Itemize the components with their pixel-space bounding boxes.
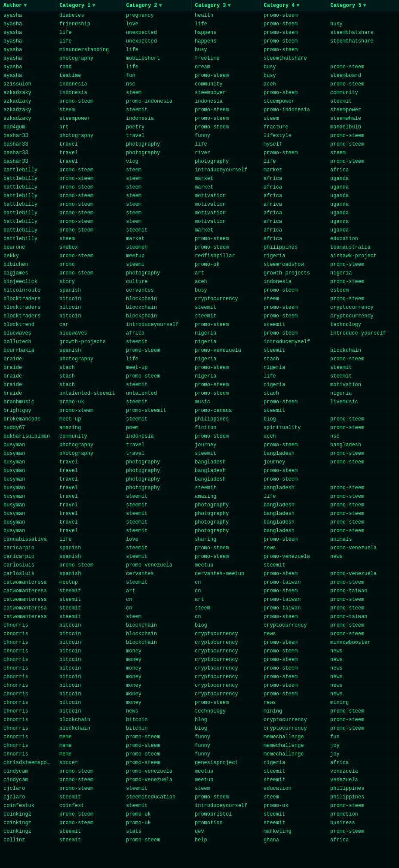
table-row[interactable]: ayashamisunderstandinglifebusypromo-stee… xyxy=(0,46,399,54)
table-row[interactable]: caricarpiospanishsteemitpromo-steempromo… xyxy=(0,552,399,561)
column-header-cat4[interactable]: Category 4 ▼ xyxy=(260,0,327,11)
table-row[interactable]: coinkingzpromo-steempromo-ukpromotionste… xyxy=(0,819,399,827)
table-row[interactable]: braideuntalented-steemituntalentedpromo-… xyxy=(0,389,399,398)
table-row[interactable]: cjclarosteemitsteemiteducationpromo-stee… xyxy=(0,793,399,801)
table-row[interactable]: ayashateatimefunpromo-steembusysteemboar… xyxy=(0,71,399,80)
table-row[interactable]: chnorrismemepromo-steemfunnymemechalleng… xyxy=(0,733,399,741)
table-row[interactable]: battlebillypromo-steemsteemmotivationafr… xyxy=(0,200,399,209)
table-row[interactable]: bashar33travelphotographyriverpromo-stee… xyxy=(0,149,399,157)
table-row[interactable]: battlebillypromo-steemsteemmotivationafr… xyxy=(0,192,399,200)
table-row[interactable]: chnorrisbitcoinblockchaincryptocurrencyn… xyxy=(0,630,399,638)
table-row[interactable]: battlebillypromo-steemsteemitmarketafric… xyxy=(0,226,399,235)
column-header-cat3[interactable]: Category 3 ▼ xyxy=(191,0,260,11)
table-row[interactable]: chnorrisbitcoinblockchainblogcryptocurre… xyxy=(0,621,399,630)
table-row[interactable]: bekkypromo-steemmeetupredfishpillarniger… xyxy=(0,252,399,260)
table-row[interactable]: catwomanteresasteemitcnsteempromo-taiwan… xyxy=(0,604,399,612)
table-row[interactable]: bigjamespromo-steemphotographyartgrowth-… xyxy=(0,269,399,277)
table-row[interactable]: caricarpiospanishsteemitpromo-steemnewsp… xyxy=(0,544,399,552)
table-row[interactable]: ayashaphotographymobileshortfreetimestee… xyxy=(0,54,399,63)
table-row[interactable]: chnorrismemepromo-steemfunnymemechalleng… xyxy=(0,741,399,750)
table-row[interactable]: coinkingzsteemitstatsdevmarketingpromo-s… xyxy=(0,827,399,836)
table-row[interactable]: bibichenpromosteemipromo-uksteemroadshow… xyxy=(0,260,399,269)
table-row[interactable]: busymantravelsteemitphotographybanglades… xyxy=(0,509,399,518)
table-row[interactable]: busymantravelsteemitphotographybanglades… xyxy=(0,501,399,509)
table-row[interactable]: blocktrendcarintroduceyourselfpromo-stee… xyxy=(0,320,399,329)
table-row[interactable]: battlebillypromo-steemsteemmarketafricau… xyxy=(0,183,399,192)
table-row[interactable]: bourrbakiaspanishpromo-steempromo-venezu… xyxy=(0,346,399,355)
table-row[interactable]: catwomanteresasteemitsteemcnpromo-steemp… xyxy=(0,612,399,621)
table-row[interactable]: braidestachpromo-steemnigerialifesteemit xyxy=(0,372,399,381)
table-row[interactable]: bashar33travelvlogphotographylifepromo-s… xyxy=(0,157,399,166)
column-header-cat1[interactable]: Category 1 ▼ xyxy=(56,0,123,11)
table-row[interactable]: battlebillysteemmarketpromo-steemafricae… xyxy=(0,235,399,243)
table-row[interactable]: bollutechgrowth-projectssteemitnigeriain… xyxy=(0,338,399,346)
table-row[interactable]: azkadzakysteempowerindonesiapromo-steems… xyxy=(0,114,399,123)
table-row[interactable]: binjeeclickstorycultureacehindonesiaprom… xyxy=(0,277,399,286)
table-row[interactable]: battlebillypromo-steemsteemmotivationafr… xyxy=(0,209,399,217)
table-row[interactable]: chnorrisbitcoinmoneycryptocurrencypromo-… xyxy=(0,681,399,690)
table-row[interactable]: bluewavesbluewavesafricanigeriapromo-ste… xyxy=(0,329,399,338)
table-row[interactable]: cjclaropromo-steemsteemitsteemeducationp… xyxy=(0,784,399,793)
table-row[interactable]: chnorrisblockchainbitcoinblogcryptocurre… xyxy=(0,724,399,733)
table-row[interactable]: ayashalifeunexpectedhappenspromo-steemst… xyxy=(0,28,399,37)
table-row[interactable]: busymantravelphotographysteemitbanglades… xyxy=(0,484,399,492)
table-row[interactable]: brokemancodemeet-upsteemitphilippinesblo… xyxy=(0,415,399,423)
table-row[interactable]: chnorrisbitcoinmoneycryptocurrencypromo-… xyxy=(0,647,399,655)
table-row[interactable]: ayashadiabetespregnancyhealthpromo-steem xyxy=(0,11,399,20)
table-row[interactable]: azissulohindonesiansccommunityacehpromo-… xyxy=(0,80,399,88)
table-row[interactable]: cindycampromo-steempromo-venezuelameetup… xyxy=(0,767,399,776)
table-row[interactable]: chnorrismemepromo-steemfunnymemechalleng… xyxy=(0,750,399,758)
table-row[interactable]: bashar33photographytravelfunnylifestylep… xyxy=(0,131,399,140)
table-row[interactable]: busymanphotographytraveljourneypromo-ste… xyxy=(0,441,399,449)
table-row[interactable]: busymanphotographytravelsteemitbanglades… xyxy=(0,449,399,458)
table-row[interactable]: busymantravelphotographybangladeshjourne… xyxy=(0,458,399,466)
table-row[interactable]: azkadzakyindonesiasteemsteempowerpromo-s… xyxy=(0,88,399,97)
table-row[interactable]: braidephotographylifenigeriastachpromo-s… xyxy=(0,355,399,363)
table-row[interactable]: chnorrisbitcoinmoneypromo-steemnewsminin… xyxy=(0,698,399,707)
column-header-cat2[interactable]: Category 2 ▼ xyxy=(123,0,191,11)
table-row[interactable]: coinkingzpromo-steempromo-ukpromobristol… xyxy=(0,810,399,819)
table-row[interactable]: buddy67amazingpoemfictionspiritualitypro… xyxy=(0,423,399,432)
table-row[interactable]: chnorrisbitcoinnewstechnologyminingpromo… xyxy=(0,707,399,716)
column-header-cat5[interactable]: Category 5 ▼ xyxy=(327,0,399,11)
table-row[interactable]: chnorrisbitcoinmoneycryptocurrencypromo-… xyxy=(0,673,399,681)
table-row[interactable]: braidestachmeet-uppromo-steemnigeriastee… xyxy=(0,363,399,372)
table-row[interactable]: blocktradersbitcoinblockchainsteemitprom… xyxy=(0,303,399,312)
table-row[interactable]: coinfestukcoinfeststeemitintroduceyourse… xyxy=(0,801,399,810)
table-row[interactable]: battlebillypromo-steemsteemmarketafricau… xyxy=(0,174,399,183)
table-row[interactable]: azkadzakypromo-steempromo-indonesiaindon… xyxy=(0,97,399,106)
table-row[interactable]: cannabissativalifelovesharingpromo-steem… xyxy=(0,535,399,544)
table-row[interactable]: chnorrisbitcoinblockchaincryptocurrencyp… xyxy=(0,638,399,647)
table-row[interactable]: busymantravelsteemitphotographybanglades… xyxy=(0,527,399,535)
table-row[interactable]: bad4gumartpoetrypromo-steemfracturemande… xyxy=(0,123,399,131)
table-row[interactable]: busymantravelphotographybangladeshpromo-… xyxy=(0,475,399,484)
table-row[interactable]: bearonesndboxsteemphpromo-steemphilippin… xyxy=(0,243,399,252)
table-row[interactable]: catwomanteresameetupsteemitcnpromo-taiwa… xyxy=(0,578,399,587)
table-row[interactable]: busymantravelsteemitamazinglifepromo-ste… xyxy=(0,492,399,501)
table-row[interactable]: cindycampromo-steempromo-venezuelameetup… xyxy=(0,776,399,784)
table-row[interactable]: azkadzakysteemsteemitpromo-steempromo-in… xyxy=(0,106,399,114)
table-row[interactable]: chnorrisbitcoinmoneycryptocurrencypromo-… xyxy=(0,664,399,673)
table-row[interactable]: catwomanteresasteemitartcnpromo-steempro… xyxy=(0,587,399,595)
table-row[interactable]: carlosluisspanishcervantescervantes-meet… xyxy=(0,570,399,578)
table-row[interactable]: chnorrisbitcoinmoneycryptocurrencypromo-… xyxy=(0,690,399,698)
column-header-author[interactable]: Author ▼ xyxy=(0,0,56,11)
table-row[interactable]: bukharisulaimancommunityindonesiapromo-s… xyxy=(0,432,399,441)
table-row[interactable]: catwomanteresasteemitcnartpromo-taiwanpr… xyxy=(0,595,399,604)
table-row[interactable]: chnorrisbitcoinmoneycryptocurrencypromo-… xyxy=(0,655,399,664)
table-row[interactable]: chnorrisblockchainbitcoinblogcryptocurre… xyxy=(0,716,399,724)
table-row[interactable]: collinzsteemitpromo-steemhelpghanaafrica xyxy=(0,836,399,844)
table-row[interactable]: chrisdsteemsportsoccerpromo-steemgenesis… xyxy=(0,758,399,767)
table-row[interactable]: brightguypromo-steempromo-steemitpromo-c… xyxy=(0,406,399,415)
table-row[interactable]: battlebillypromo-steemsteemintroduceyour… xyxy=(0,166,399,174)
table-row[interactable]: busymantravelphotographybangladeshpromo-… xyxy=(0,466,399,475)
table-row[interactable]: blocktradersbitcoinblockchainsteemitprom… xyxy=(0,312,399,320)
table-row[interactable]: carlosluispromo-steempromo-venezuelameet… xyxy=(0,561,399,570)
table-row[interactable]: braidestachsteemitpromo-steemnigeriamoti… xyxy=(0,381,399,389)
table-row[interactable]: blocktradersbitcoinblockchaincryptocurre… xyxy=(0,295,399,303)
table-row[interactable]: ayashalifeunexpectedhappenspromo-steemst… xyxy=(0,37,399,46)
table-row[interactable]: battlebillypromo-steemsteemmotivationafr… xyxy=(0,217,399,226)
table-row[interactable]: branhmusicpromo-uksteemitmusicpromo-stee… xyxy=(0,398,399,406)
table-row[interactable]: busymantravelsteemitphotographybanglades… xyxy=(0,518,399,527)
table-row[interactable]: bitcoinroutespanishcervantesbusypromo-st… xyxy=(0,286,399,295)
